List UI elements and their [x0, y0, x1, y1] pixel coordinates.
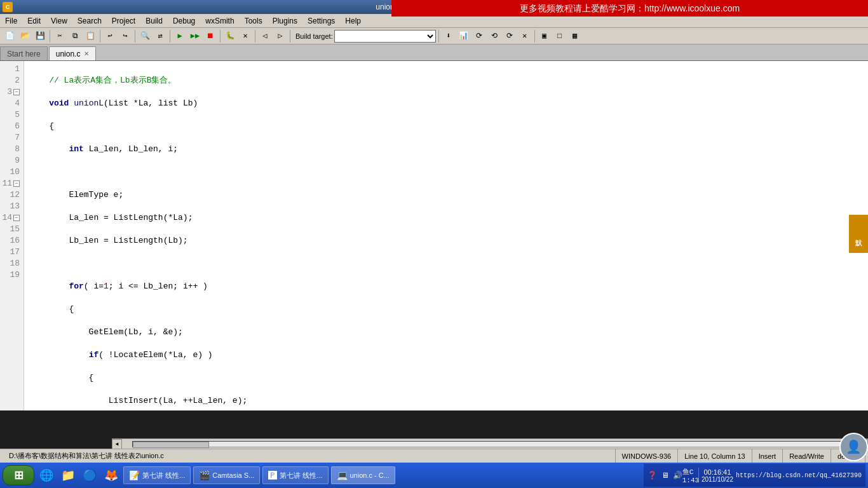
menu-view[interactable]: View — [46, 14, 72, 27]
menu-plugins[interactable]: Plugins — [268, 14, 302, 27]
line-num-4: 4 — [0, 98, 24, 109]
tb-btn1[interactable]: ⬇ — [442, 29, 456, 43]
code-line-15: ListInsert(La, ++La_len, e); — [29, 395, 863, 407]
line-num-5: 5 — [0, 109, 24, 121]
open-button[interactable]: 📂 — [18, 29, 32, 43]
tray-lang-icon[interactable]: 鱼C 1:43 — [686, 470, 696, 480]
menu-tools[interactable]: Tools — [240, 14, 268, 27]
title-bar-left: C — [0, 2, 13, 12]
taskbar-app4[interactable]: 💻 union.c - C... — [331, 466, 395, 484]
separator3 — [135, 30, 135, 43]
status-position: Line 10, Column 13 — [678, 449, 752, 463]
code-line-3: { — [29, 121, 863, 132]
taskbar-tray: ❓ 🖥 🔊 鱼C 1:43 00:16:41 2011/10/22 https:… — [644, 464, 865, 487]
code-line-1: // La表示A集合，Lb表示B集合。 — [29, 75, 863, 86]
next-button[interactable]: ▷ — [273, 29, 287, 43]
status-mode: Insert — [752, 449, 783, 463]
replace-button[interactable]: ⇄ — [153, 29, 167, 43]
scroll-left-arrow[interactable]: ◀ — [112, 439, 122, 449]
view-btn1[interactable]: ▣ — [538, 29, 552, 43]
taskbar-app2[interactable]: 🎬 Camtasia S... — [193, 466, 260, 484]
taskbar-app1-label: 第七讲 线性... — [142, 471, 185, 480]
cut-button[interactable]: ✂ — [53, 29, 67, 43]
line-num-19: 19 — [0, 269, 24, 281]
fold-icon-11[interactable]: − — [13, 180, 20, 187]
fold-icon-3[interactable]: − — [13, 89, 20, 95]
status-rw-text: Read/Write — [789, 452, 824, 460]
tb-btn6[interactable]: ✕ — [518, 29, 532, 43]
tab-close-icon[interactable]: ✕ — [84, 50, 89, 57]
taskbar-ie-icon[interactable]: 🌐 — [37, 468, 56, 482]
menu-debug[interactable]: Debug — [168, 14, 200, 27]
status-encoding-text: WINDOWS-936 — [622, 452, 672, 460]
separator5 — [220, 30, 220, 43]
line-num-18: 18 — [0, 258, 24, 269]
new-button[interactable]: 📄 — [3, 29, 17, 43]
line-numbers: 1 2 3 − 4 5 6 7 8 9 10 11 − 12 13 14 − 1… — [0, 61, 24, 410]
tab-union-c-label: union.c — [56, 50, 81, 58]
taskbar-app2-label: Camtasia S... — [212, 471, 254, 479]
line-num-13: 13 — [0, 201, 24, 212]
tray-separator — [698, 468, 699, 483]
taskbar-app1[interactable]: 📝 第七讲 线性... — [123, 466, 191, 484]
tray-vol-icon[interactable]: 🔊 — [673, 470, 683, 480]
tb-btn5[interactable]: ⟳ — [503, 29, 517, 43]
abort-button[interactable]: ✕ — [238, 29, 252, 43]
taskbar-chrome-icon[interactable]: 🔵 — [80, 468, 99, 482]
menu-wxsmith[interactable]: wxSmith — [200, 14, 239, 27]
menu-search[interactable]: Search — [72, 14, 107, 27]
line-num-1: 1 — [0, 64, 24, 75]
menu-settings[interactable]: Settings — [302, 14, 340, 27]
fold-icon-14[interactable]: − — [13, 215, 20, 221]
code-area[interactable]: // La表示A集合，Lb表示B集合。 void unionL(List *La… — [24, 61, 868, 410]
tb-btn4[interactable]: ⟲ — [487, 29, 501, 43]
toolbar: 📄 📂 💾 ✂ ⧉ 📋 ↩ ↪ 🔍 ⇄ ▶ ▶▶ ⏹ 🐛 ✕ ◁ ▷ Build… — [0, 28, 868, 44]
tab-union-c[interactable]: union.c ✕ — [49, 46, 97, 60]
taskbar-app3[interactable]: 🅿 第七讲 线性... — [262, 466, 328, 484]
code-line-9 — [29, 258, 863, 269]
title-bar: C union.c - Code::Blocks 10.05 _ □ ✕ 更多视… — [0, 0, 868, 14]
run-button[interactable]: ▶ — [173, 29, 187, 43]
tab-start-here[interactable]: Start here — [0, 46, 48, 60]
taskbar-folder-icon[interactable]: 📁 — [58, 468, 78, 482]
code-line-14: { — [29, 372, 863, 384]
undo-button[interactable]: ↩ — [103, 29, 117, 43]
code-line-2: void unionL(List *La, list Lb) — [29, 98, 863, 109]
copy-button[interactable]: ⧉ — [68, 29, 82, 43]
tb-btn2[interactable]: 📊 — [457, 29, 471, 43]
menu-project[interactable]: Project — [107, 14, 140, 27]
menu-build[interactable]: Build — [140, 14, 168, 27]
taskbar-icon4[interactable]: 🦊 — [102, 468, 121, 482]
separator2 — [100, 30, 100, 43]
tb-btn3[interactable]: ⟳ — [472, 29, 486, 43]
start-button[interactable]: ⊞ — [3, 465, 34, 485]
line-num-9: 9 — [0, 155, 24, 166]
paste-button[interactable]: 📋 — [83, 29, 97, 43]
right-widget[interactable]: 默认 — [849, 215, 868, 253]
scrollbar-track[interactable] — [132, 441, 848, 447]
h-scrollbar: ◀ ▶ — [112, 438, 868, 449]
tray-help-icon[interactable]: ❓ — [648, 470, 658, 480]
status-rw: Read/Write — [783, 449, 831, 463]
debug-button[interactable]: 🐛 — [223, 29, 237, 43]
line-num-17: 17 — [0, 247, 24, 258]
view-btn3[interactable]: ▦ — [568, 29, 582, 43]
view-btn2[interactable]: □ — [553, 29, 567, 43]
tray-url[interactable]: https://blog.csdn.net/qq_41627390 — [736, 472, 862, 479]
app-icon: C — [3, 2, 13, 12]
tray-net-icon[interactable]: 🖥 — [660, 470, 670, 480]
build-target-dropdown[interactable] — [334, 30, 436, 43]
scrollbar-thumb[interactable] — [133, 442, 209, 448]
redo-button[interactable]: ↪ — [118, 29, 132, 43]
build-run-button[interactable]: ▶▶ — [188, 29, 202, 43]
menu-edit[interactable]: Edit — [22, 14, 46, 27]
status-position-text: Line 10, Column 13 — [684, 452, 745, 460]
taskbar: ⊞ 🌐 📁 🔵 🦊 📝 第七讲 线性... 🎬 Camtasia S... 🅿 … — [0, 463, 868, 488]
save-button[interactable]: 💾 — [33, 29, 47, 43]
menu-file[interactable]: File — [0, 14, 22, 27]
menu-help[interactable]: Help — [340, 14, 366, 27]
stop-button[interactable]: ⏹ — [203, 29, 217, 43]
prev-button[interactable]: ◁ — [258, 29, 272, 43]
find-button[interactable]: 🔍 — [138, 29, 152, 43]
line-num-3: 3 − — [0, 86, 24, 98]
